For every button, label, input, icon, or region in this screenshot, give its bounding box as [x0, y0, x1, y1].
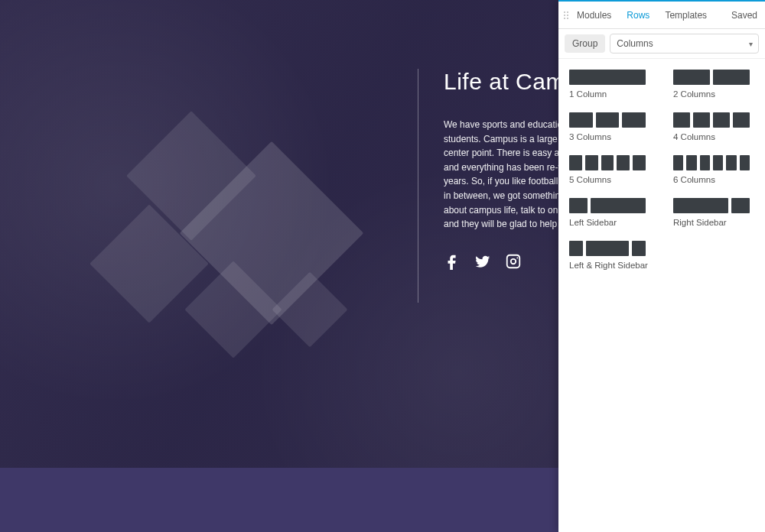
layout-thumb [569, 241, 646, 256]
layout-1-column[interactable]: 1 Column [569, 70, 650, 99]
columns-select-wrap: Columns ▾ [610, 34, 759, 54]
tab-saved[interactable]: Saved [724, 2, 765, 28]
layout-left-sidebar[interactable]: Left Sidebar [569, 198, 650, 227]
instagram-link[interactable] [505, 253, 522, 273]
row-layouts-grid: 1 Column 2 Columns 3 Columns 4 Columns 5… [558, 59, 765, 281]
twitter-link[interactable] [474, 253, 491, 273]
layout-right-sidebar[interactable]: Right Sidebar [673, 198, 754, 227]
layout-thumb [673, 70, 750, 85]
layout-label: 2 Columns [673, 89, 754, 99]
layout-left-right-sidebar[interactable]: Left & Right Sidebar [569, 241, 650, 270]
layout-4-columns[interactable]: 4 Columns [673, 112, 754, 141]
layout-thumb [569, 112, 646, 128]
drag-handle-icon[interactable] [558, 11, 569, 19]
facebook-link[interactable] [444, 253, 461, 273]
layout-label: 6 Columns [673, 175, 754, 184]
twitter-icon [474, 253, 491, 270]
tab-modules[interactable]: Modules [569, 2, 619, 28]
layout-5-columns[interactable]: 5 Columns [569, 155, 650, 184]
panel-subbar: Group Columns ▾ [558, 29, 765, 59]
builder-panel: Modules Rows Templates Saved Group Colum… [558, 0, 765, 532]
layout-thumb [569, 70, 646, 85]
layout-thumb [673, 198, 750, 213]
layout-2-columns[interactable]: 2 Columns [673, 70, 754, 99]
layout-label: 5 Columns [569, 175, 650, 184]
panel-tabs: Modules Rows Templates Saved [558, 2, 765, 29]
tab-templates[interactable]: Templates [657, 2, 715, 28]
layout-thumb [569, 155, 646, 170]
layout-thumb [569, 198, 646, 213]
layout-label: 1 Column [569, 89, 650, 99]
layout-thumb [673, 112, 750, 128]
tab-rows[interactable]: Rows [619, 2, 657, 28]
group-button[interactable]: Group [565, 34, 605, 53]
columns-select[interactable]: Columns [610, 34, 759, 54]
layout-6-columns[interactable]: 6 Columns [673, 155, 754, 184]
decorative-diamonds [92, 107, 382, 397]
instagram-icon [505, 253, 522, 270]
layout-label: Left & Right Sidebar [569, 261, 650, 270]
layout-label: Left Sidebar [569, 218, 650, 227]
vertical-divider [418, 69, 418, 303]
facebook-icon [444, 253, 461, 270]
layout-label: Right Sidebar [673, 218, 754, 227]
layout-3-columns[interactable]: 3 Columns [569, 112, 650, 141]
layout-label: 4 Columns [673, 132, 754, 141]
layout-thumb [673, 155, 750, 170]
layout-label: 3 Columns [569, 132, 650, 141]
